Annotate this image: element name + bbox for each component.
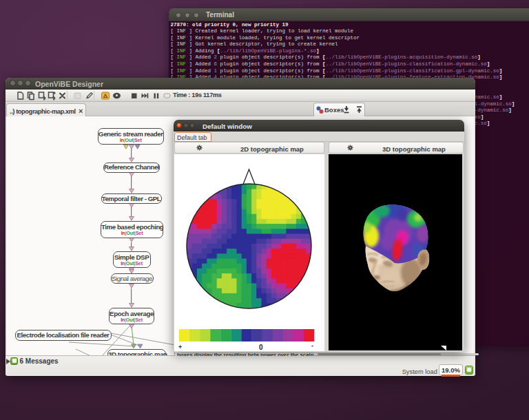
svg-text:+: + [178, 344, 182, 350]
svg-text:-: - [311, 342, 313, 349]
svg-text:0: 0 [259, 344, 263, 351]
